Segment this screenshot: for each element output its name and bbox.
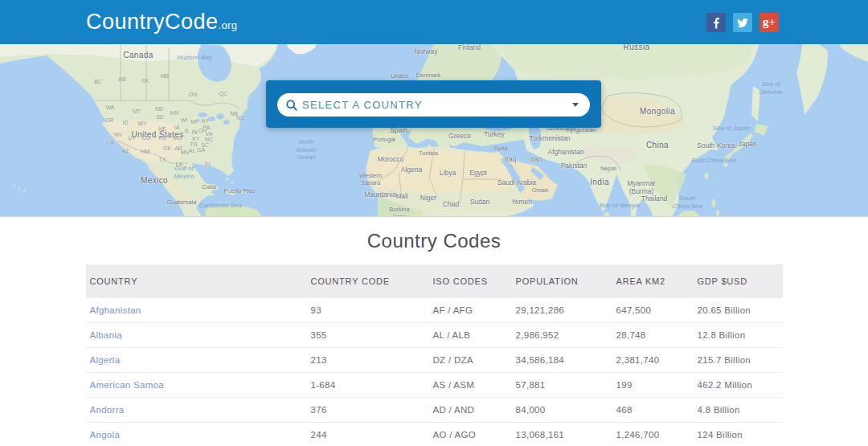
map-label: ON (189, 92, 198, 98)
cell-gdp-usd: 12.8 Billion (694, 323, 783, 348)
map-label: ND (155, 106, 163, 113)
map-label: KS (158, 135, 166, 141)
map-label: Turkey (484, 130, 505, 138)
map-label: VA (206, 131, 213, 137)
cell-gdp-usd: 215.7 Billion (694, 348, 783, 373)
map-label: CO (142, 135, 151, 141)
map-label: Finland (458, 44, 481, 51)
map-label: Afghanistan (548, 148, 584, 156)
map-label: Greece (448, 132, 471, 140)
column-header-gdp-usd: GDP $USD (694, 264, 783, 298)
cell-population: 2,986,952 (512, 323, 612, 348)
country-select[interactable]: SELECT A COUNTRY (277, 93, 590, 117)
cell-area-km2: 647,500 (612, 298, 694, 323)
site-logo[interactable]: CountryCode.org (86, 10, 237, 35)
map-label: GA (197, 147, 205, 153)
country-link[interactable]: Albania (90, 330, 122, 340)
page-title: Country Codes (0, 230, 868, 252)
map-label: FL (205, 162, 211, 168)
map-label: Yemen (511, 198, 532, 206)
cell-country-code: 1-684 (307, 373, 429, 398)
table-row: Albania355AL / ALB2,986,95228,74812.8 Bi… (86, 323, 783, 348)
country-link[interactable]: Afghanistan (90, 305, 141, 315)
map-label: TX (159, 157, 166, 163)
map-label: NM (141, 149, 150, 155)
logo-suffix: .org (219, 19, 238, 31)
map-label: Guatemala (167, 198, 197, 206)
facebook-icon[interactable] (706, 13, 726, 32)
map-label: AL (189, 148, 196, 154)
map-label: Iraq (505, 155, 517, 163)
map-label: Niger (420, 194, 436, 202)
map-label: Hudson Bay (177, 54, 212, 62)
column-header-population: POPULATION (512, 264, 612, 298)
map-label: Portugal (373, 136, 395, 143)
map-label: BC (94, 79, 102, 85)
cell-population: 57,881 (512, 373, 612, 398)
map-label: Mongolia (640, 107, 675, 117)
map-label: AB (118, 76, 125, 83)
cell-country-code: 244 (307, 423, 429, 446)
map-label: OR (105, 117, 114, 124)
logo-main: CountryCode (86, 10, 219, 34)
map-label: SC (201, 142, 209, 149)
map-label: AZ (122, 148, 129, 154)
map-label: QC (219, 91, 228, 97)
map-label: Sea of Okhotsk (759, 80, 782, 96)
map-label: IN (192, 129, 198, 136)
table-row: Andorra376AD / AND84,0004684.8 Billion (86, 398, 783, 423)
map-label: Egypt (469, 169, 487, 177)
cell-area-km2: 1,246,700 (612, 423, 694, 446)
map-label: South China Sea (672, 194, 702, 210)
map-label: Myanmar (Burma) (627, 179, 655, 195)
map-label: Mexico (141, 176, 168, 186)
googleplus-icon[interactable]: g+ (760, 13, 779, 32)
cell-population: 29,121,286 (512, 298, 612, 323)
column-header-country-code: COUNTRY CODE (307, 264, 429, 298)
country-select-placeholder: SELECT A COUNTRY (302, 99, 572, 111)
map-label: North Atlantic Ocean (296, 138, 317, 162)
cell-iso-codes: AF / AFG (429, 298, 512, 323)
map-label: Libya (440, 169, 456, 177)
map-label: UT (128, 135, 135, 141)
cell-country: Algeria (86, 348, 307, 373)
country-link[interactable]: Algeria (90, 355, 121, 365)
country-link[interactable]: Andorra (90, 405, 125, 415)
cell-country-code: 213 (307, 348, 429, 373)
map-label: NV (114, 132, 122, 138)
map-label: CA (106, 140, 114, 146)
map-label: Canada (123, 51, 153, 60)
map-label: South Korea (697, 141, 735, 149)
column-header-country: COUNTRY (86, 264, 307, 298)
twitter-icon[interactable] (733, 13, 752, 32)
map-label: Mali (395, 192, 408, 200)
map-label: Burkina Faso (389, 206, 409, 217)
map-label: Pakistan (561, 162, 588, 170)
map-label: TN (190, 141, 197, 148)
cell-gdp-usd: 4.8 Billion (694, 398, 783, 423)
map-label: IA (174, 125, 180, 131)
map-label: Algeria (401, 166, 422, 174)
map-label: Mauritania (364, 190, 396, 198)
cell-country-code: 355 (307, 323, 429, 348)
map-label: NC (205, 137, 213, 143)
map-label: IL (185, 128, 190, 134)
map-label: WA (105, 104, 114, 111)
social-links: g+ (706, 13, 779, 32)
map-label: Iran (530, 155, 542, 163)
map-label: LA (176, 162, 183, 168)
cell-country: Angola (86, 423, 307, 446)
country-link[interactable]: American Samoa (90, 380, 164, 390)
map-label: WI (181, 117, 188, 124)
header: CountryCode.org g+ (0, 0, 868, 44)
country-link[interactable]: Angola (90, 430, 121, 440)
map-label: Sea of Japan (712, 125, 750, 133)
country-table-body: Afghanistan93AF / AFG29,121,286647,50020… (86, 298, 783, 446)
cell-iso-codes: DZ / DZA (429, 348, 512, 373)
chevron-down-icon (572, 103, 579, 107)
map-label: AR (174, 145, 182, 152)
map-label: Oman (532, 186, 548, 194)
table-row: American Samoa1-684AS / ASM57,881199462.… (86, 373, 783, 398)
column-header-iso-codes: ISO CODES (429, 264, 512, 298)
map-label: KY (192, 136, 199, 142)
